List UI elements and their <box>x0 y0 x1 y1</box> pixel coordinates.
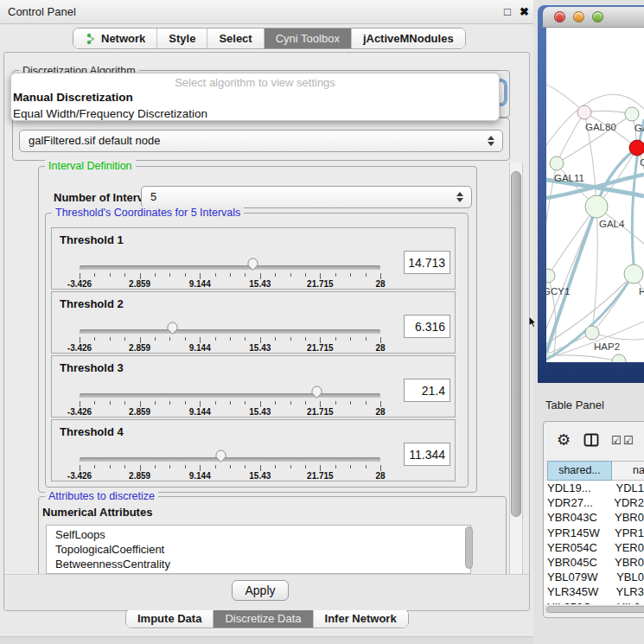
tab-cyni-toolbox[interactable]: Cyni Toolbox <box>265 29 352 48</box>
slider-thumb[interactable] <box>310 385 323 399</box>
apply-button[interactable]: Apply <box>232 580 289 601</box>
algorithm-option[interactable]: Manual Discretization <box>11 89 499 105</box>
control-panel-title: Control Panel <box>8 0 76 24</box>
node-label: GAL80 <box>585 122 616 132</box>
checkbox-icon[interactable]: ☑ <box>623 434 634 447</box>
network-edge <box>546 355 619 361</box>
network-node[interactable] <box>585 326 599 340</box>
table-row[interactable]: YBR045CYBR0 <box>544 555 644 570</box>
table-cell: YPR1 <box>608 526 644 540</box>
slider-track[interactable] <box>80 393 380 398</box>
threshold-value-input[interactable] <box>404 251 450 274</box>
slider-scale-label: 28 <box>350 471 411 481</box>
node-label: GA <box>634 123 644 133</box>
slider-scale-label: 9.144 <box>169 471 230 481</box>
network-node[interactable] <box>546 269 555 283</box>
network-node[interactable] <box>550 156 564 170</box>
threshold-value-input[interactable] <box>404 443 450 466</box>
threshold-value-input[interactable] <box>404 315 450 338</box>
threshold-label: Threshold 4 <box>60 425 124 438</box>
node-label: HAP2 <box>594 341 620 352</box>
table-row[interactable]: YPR145WYPR1 <box>544 526 644 540</box>
network-canvas[interactable]: GAL80GACGAL11GAL4GCY1HHAP2 <box>546 28 644 362</box>
threshold-value-input[interactable] <box>404 379 450 402</box>
tab-network[interactable]: Network <box>73 29 157 48</box>
network-node[interactable] <box>585 195 608 218</box>
network-node[interactable] <box>629 140 644 156</box>
node-label: C <box>640 157 644 168</box>
slider-scale-label: 2.859 <box>110 407 170 417</box>
slider-scale-label: 9.144 <box>169 343 230 353</box>
algorithm-placeholder: Select algorithm to view settings <box>11 73 499 89</box>
tab-style[interactable]: Style <box>157 29 207 48</box>
column-header-name[interactable]: na <box>612 461 644 481</box>
table-hscrollbar-thumb[interactable] <box>546 606 644 613</box>
tab-label: Cyni Toolbox <box>276 32 340 45</box>
algorithm-options: Manual DiscretizationEqual Width/Frequen… <box>11 89 499 122</box>
table-panel-title: Table Panel <box>545 399 604 411</box>
slider-track[interactable] <box>80 329 380 334</box>
tab-discretize-data[interactable]: Discretize Data <box>214 609 313 628</box>
table-cell: YDR2 <box>607 495 644 510</box>
table-cell: YBR0 <box>608 555 644 570</box>
tab-label: Discretize Data <box>225 612 301 625</box>
table-cell: YDL1 <box>609 481 644 495</box>
zoom-button[interactable] <box>592 11 603 22</box>
main-scrollbar-thumb[interactable] <box>511 171 521 517</box>
columns-icon[interactable] <box>583 433 599 447</box>
table-row[interactable]: YER054CYER0 <box>544 540 644 555</box>
algorithm-option[interactable]: Equal Width/Frequency Discretization <box>11 105 499 122</box>
tab-label: Impute Data <box>137 612 201 625</box>
checkbox-icon[interactable]: ☑ <box>611 434 622 447</box>
screen: Control Panel □ ✖ NetworkStyleSelectCyni… <box>0 0 644 644</box>
attribute-list-item[interactable]: TopologicalCoefficient <box>47 542 470 557</box>
node-label: GAL4 <box>599 219 625 229</box>
table-row[interactable]: YBL079WYBL0 <box>544 570 644 584</box>
combo-arrows-icon <box>456 192 463 202</box>
combo-arrows-icon <box>488 136 494 146</box>
threshold-panel: Threshold 3-3.4262.8599.14415.4321.71528 <box>51 355 456 418</box>
table-data-combo[interactable]: galFiltered.sif default node <box>19 130 503 152</box>
slider-scale-label: -3.426 <box>49 407 110 417</box>
gear-icon[interactable]: ⚙ <box>557 430 571 450</box>
attribute-list-item[interactable]: BetweennessCentrality <box>47 557 470 571</box>
table-cell: YIL0 <box>610 600 641 605</box>
tab-jactivemnodules[interactable]: jActiveMNodules <box>352 29 465 48</box>
slider-thumb[interactable] <box>214 449 227 463</box>
slider-scale-label: 28 <box>350 407 411 417</box>
slider-track[interactable] <box>80 457 380 462</box>
attribute-list-scrollbar[interactable] <box>465 526 473 569</box>
minimize-button[interactable] <box>573 11 584 22</box>
close-button[interactable] <box>554 11 565 22</box>
table-row[interactable]: YDL19...YDL1 <box>544 481 644 495</box>
network-node[interactable] <box>625 107 639 121</box>
top-tabs: NetworkStyleSelectCyni ToolboxjActiveMNo… <box>73 28 466 49</box>
table-row[interactable]: YDR27...YDR2 <box>544 495 644 510</box>
number-of-intervals-combo[interactable]: 5 <box>141 186 472 208</box>
slider-thumb[interactable] <box>246 257 259 271</box>
network-node[interactable] <box>577 105 591 119</box>
network-node[interactable] <box>612 354 626 362</box>
table-row[interactable]: YIL052CYIL0 <box>544 600 644 605</box>
slider-scale-label: 15.43 <box>230 343 290 353</box>
algorithm-dropdown-popup: Select algorithm to view settings Manual… <box>10 73 500 121</box>
slider-thumb[interactable] <box>166 321 179 335</box>
attributes-group-title: Attributes to discretize <box>45 490 158 502</box>
attribute-list: SelfLoopsTopologicalCoefficientBetweenne… <box>46 525 471 574</box>
tab-select[interactable]: Select <box>207 29 264 48</box>
close-panel-icon[interactable]: ✖ <box>520 5 529 18</box>
slider-scale-label: -3.426 <box>49 471 110 481</box>
float-window-icon[interactable]: □ <box>504 5 511 18</box>
tab-infer-network[interactable]: Infer Network <box>314 609 408 628</box>
table-row[interactable]: YBR043CYBR0 <box>544 510 644 525</box>
network-node[interactable] <box>624 265 643 284</box>
table-cell: YBL079W <box>544 570 609 584</box>
slider-track[interactable] <box>80 265 380 270</box>
threshold-panel: Threshold 1-3.4262.8599.14415.4321.71528 <box>51 227 456 290</box>
table-row[interactable]: YLR345WYLR3 <box>544 584 644 599</box>
tab-impute-data[interactable]: Impute Data <box>126 609 214 628</box>
tab-label: Select <box>219 32 252 45</box>
attribute-list-item[interactable]: SelfLoops <box>47 527 470 542</box>
slider-scale-label: 21.715 <box>290 407 350 417</box>
column-header-shared-name[interactable]: shared... <box>547 461 612 481</box>
